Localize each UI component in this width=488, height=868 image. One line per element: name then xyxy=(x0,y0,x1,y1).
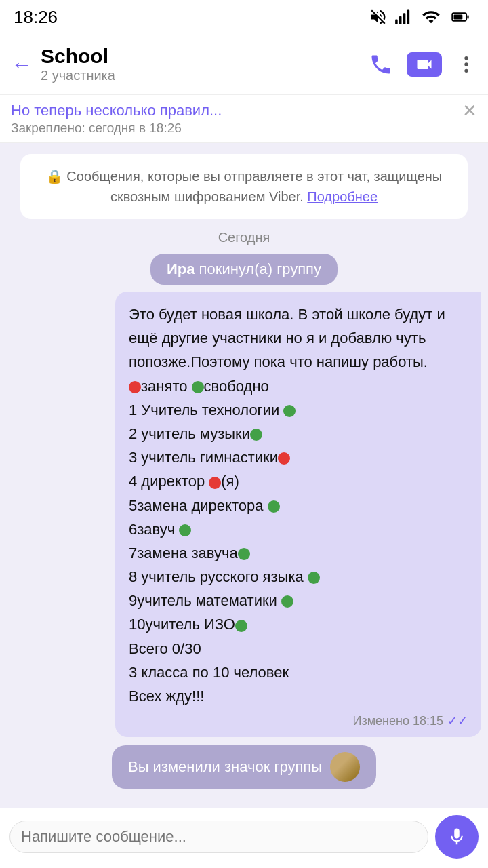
dot-green-1 xyxy=(192,381,204,393)
pinned-close-button[interactable]: ✕ xyxy=(462,102,477,119)
more-options-icon[interactable] xyxy=(455,54,477,75)
svg-rect-5 xyxy=(454,15,463,20)
message-text: Это будет новая школа. В этой школе буду… xyxy=(129,302,468,708)
video-call-button[interactable] xyxy=(407,52,442,77)
group-change-text: Вы изменили значок группы xyxy=(128,758,322,776)
group-change-bubble: Вы изменили значок группы xyxy=(112,745,376,789)
battery-icon xyxy=(447,7,474,26)
dot-red-1 xyxy=(129,381,141,393)
group-change-notice: Вы изменили значок группы xyxy=(7,745,481,789)
dot-green-6 xyxy=(238,548,250,560)
chat-title: School xyxy=(41,45,361,68)
phone-icon[interactable] xyxy=(369,52,393,77)
dot-green-4 xyxy=(268,500,280,513)
svg-point-8 xyxy=(464,68,468,72)
mute-icon xyxy=(369,7,388,26)
mic-button[interactable] xyxy=(435,815,479,859)
dot-green-5 xyxy=(179,524,191,536)
message-input[interactable] xyxy=(9,821,428,853)
input-bar xyxy=(0,808,488,865)
svg-rect-3 xyxy=(407,10,410,24)
header-actions xyxy=(369,52,477,77)
pinned-sub: Закреплено: сегодня в 18:26 xyxy=(11,121,222,136)
encryption-link[interactable]: Подробнее xyxy=(307,189,378,204)
encryption-text: Сообщения, которые вы отправляете в этот… xyxy=(66,169,442,204)
pinned-message-bar: Но теперь несколько правил... Закреплено… xyxy=(0,95,488,143)
message-bubble: Это будет новая школа. В этой школе буду… xyxy=(115,292,481,737)
message-row: ♡ Это будет новая школа. В этой школе бу… xyxy=(7,292,481,737)
group-icon-thumbnail xyxy=(330,752,360,782)
svg-point-6 xyxy=(464,56,468,60)
dot-green-3 xyxy=(250,429,262,441)
left-group-text: покинул(а) группу xyxy=(199,260,321,277)
svg-rect-0 xyxy=(395,20,398,24)
message-meta: Изменено 18:15 ✓✓ xyxy=(129,712,468,730)
dot-green-9 xyxy=(235,620,247,632)
dot-red-3 xyxy=(209,477,221,489)
signal-icon xyxy=(393,7,415,26)
lock-icon: 🔒 xyxy=(46,169,67,184)
header-title-block: School 2 участника xyxy=(41,45,361,83)
dot-red-2 xyxy=(278,452,290,465)
svg-point-7 xyxy=(464,62,468,66)
status-bar: 18:26 xyxy=(0,0,488,34)
wifi-icon xyxy=(420,7,442,26)
pinned-content[interactable]: Но теперь несколько правил... Закреплено… xyxy=(11,102,222,136)
read-receipts: ✓✓ xyxy=(447,712,468,730)
svg-rect-1 xyxy=(399,16,402,24)
dot-green-7 xyxy=(308,572,320,584)
svg-rect-2 xyxy=(403,13,406,24)
date-divider: Сегодня xyxy=(7,230,481,245)
bottom-toolbar: 🐱 📷 GIF+ ⓘ ··· xyxy=(0,865,488,868)
encryption-notice: 🔒 Сообщения, которые вы отправляете в эт… xyxy=(20,154,468,219)
message-edited-label: Изменено 18:15 xyxy=(352,712,443,730)
left-group-bubble: Ира покинул(а) группу xyxy=(150,254,338,285)
header: ← School 2 участника xyxy=(0,34,488,95)
status-time: 18:26 xyxy=(14,7,58,28)
left-group-notice: Ира покинул(а) группу xyxy=(7,254,481,285)
back-button[interactable]: ← xyxy=(11,54,33,75)
dot-green-8 xyxy=(281,595,293,608)
pinned-text: Но теперь несколько правил... xyxy=(11,102,222,119)
chat-subtitle: 2 участника xyxy=(41,68,361,83)
left-user-name: Ира xyxy=(167,260,195,277)
dot-green-2 xyxy=(283,405,296,417)
status-icons xyxy=(369,7,474,26)
chat-area: 🔒 Сообщения, которые вы отправляете в эт… xyxy=(0,143,488,808)
